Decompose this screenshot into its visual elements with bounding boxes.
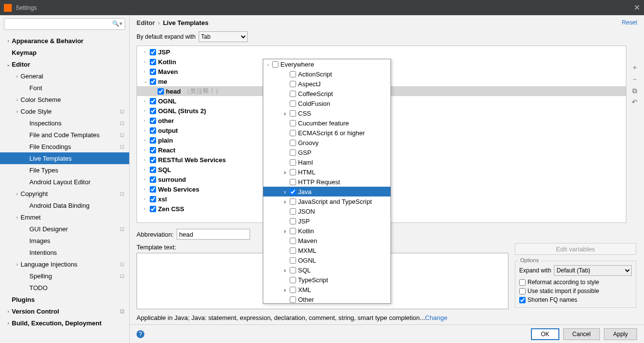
shorten-fq-checkbox[interactable]: [519, 297, 526, 303]
sidebar-item[interactable]: ›Language Injections⊡: [0, 258, 129, 270]
popup-item[interactable]: ActionScript: [263, 69, 391, 79]
window-title: Settings: [16, 4, 634, 11]
sidebar-item[interactable]: ›Build, Execution, Deployment: [0, 317, 129, 329]
expand-with-label: Expand with: [519, 267, 551, 274]
popup-item[interactable]: OGNL: [263, 255, 391, 265]
copy-icon[interactable]: ⧉: [632, 87, 637, 95]
reformat-checkbox[interactable]: [519, 279, 526, 286]
sidebar-item[interactable]: ›General: [0, 70, 129, 82]
popup-item[interactable]: ›Kotlin: [263, 226, 391, 236]
right-options: Edit variables Options Expand with Defau…: [515, 243, 636, 308]
sidebar-item[interactable]: Android Layout Editor: [0, 176, 129, 188]
popup-item[interactable]: Maven: [263, 236, 391, 245]
reset-link[interactable]: Reset: [622, 19, 637, 26]
sidebar-item[interactable]: Android Data Binding: [0, 199, 129, 211]
popup-item[interactable]: AspectJ: [263, 79, 391, 89]
sidebar-item[interactable]: ›Version Control⊡: [0, 305, 129, 317]
abbreviation-input[interactable]: [177, 229, 250, 240]
popup-item[interactable]: ›SQL: [263, 265, 391, 275]
popup-item[interactable]: ColdFusion: [263, 98, 391, 108]
popup-item[interactable]: GSP: [263, 147, 391, 157]
sidebar-item[interactable]: Intentions: [0, 246, 129, 258]
sidebar-item[interactable]: Keymap: [0, 47, 129, 58]
chevron-down-icon: ⌄: [266, 62, 271, 67]
sidebar-item[interactable]: Font: [0, 82, 129, 94]
applicable-text: Applicable in Java; Java: statement, exp…: [137, 314, 425, 321]
popup-root[interactable]: ⌄ Everywhere: [263, 59, 391, 69]
popup-item[interactable]: MXML: [263, 245, 391, 255]
everywhere-checkbox[interactable]: [272, 61, 278, 68]
popup-item[interactable]: HTTP Request: [263, 177, 391, 187]
close-icon[interactable]: ✕: [634, 3, 640, 12]
sidebar-item[interactable]: File and Code Templates⊡: [0, 129, 129, 141]
popup-item[interactable]: JSP: [263, 216, 391, 226]
sidebar-item[interactable]: Images: [0, 235, 129, 246]
expand-label: By default expand with: [137, 33, 196, 40]
popup-item[interactable]: ›CSS: [263, 108, 391, 118]
remove-icon[interactable]: －: [631, 75, 638, 84]
static-import-checkbox[interactable]: [519, 288, 526, 294]
sidebar-item[interactable]: ⌄Editor: [0, 58, 129, 70]
sidebar-item[interactable]: Live Templates: [0, 152, 129, 164]
sidebar-item[interactable]: ›Copyright⊡: [0, 188, 129, 199]
sidebar-item[interactable]: GUI Designer⊡: [0, 223, 129, 235]
popup-item[interactable]: ›XML: [263, 285, 391, 294]
popup-item[interactable]: ›JavaScript and TypeScript: [263, 196, 391, 206]
popup-item[interactable]: Haml: [263, 157, 391, 167]
popup-item[interactable]: JSON: [263, 206, 391, 216]
popup-item[interactable]: CoffeeScript: [263, 89, 391, 98]
add-icon[interactable]: ＋: [631, 63, 638, 72]
popup-item[interactable]: Groovy: [263, 138, 391, 147]
search-input[interactable]: [4, 18, 125, 30]
sidebar-item[interactable]: ›Appearance & Behavior: [0, 35, 129, 47]
expand-with-select[interactable]: Default (Tab): [554, 265, 632, 276]
help-icon[interactable]: ?: [137, 330, 144, 338]
sidebar-tree: ›Appearance & BehaviorKeymap⌄Editor›Gene…: [0, 33, 129, 343]
search-icon: 🔍▾: [112, 20, 122, 27]
sidebar-item[interactable]: ›Emmet: [0, 211, 129, 223]
ok-button[interactable]: OK: [531, 328, 559, 340]
footer: OK Cancel Apply: [130, 324, 644, 343]
undo-icon[interactable]: ↶: [632, 98, 638, 106]
popup-item[interactable]: ECMAScript 6 or higher: [263, 128, 391, 138]
popup-item[interactable]: Other: [263, 294, 391, 304]
template-row[interactable]: ›JSP: [137, 47, 626, 57]
applicable-row: Applicable in Java; Java: statement, exp…: [130, 311, 644, 324]
breadcrumb-editor[interactable]: Editor: [137, 19, 155, 26]
sidebar-item[interactable]: TODO: [0, 282, 129, 294]
sidebar-item[interactable]: ›Code Style⊡: [0, 105, 129, 117]
sidebar-item[interactable]: Inspections⊡: [0, 117, 129, 129]
cancel-button[interactable]: Cancel: [563, 328, 600, 340]
sidebar-item[interactable]: File Types: [0, 164, 129, 176]
popup-item[interactable]: ›Java: [263, 187, 391, 196]
breadcrumb: Editor › Live Templates Reset: [130, 15, 644, 30]
options-title: Options: [518, 257, 541, 263]
popup-item[interactable]: TypeScript: [263, 275, 391, 285]
expand-row: By default expand with Tab: [130, 30, 644, 44]
template-side-buttons: ＋ － ⧉ ↶: [629, 63, 640, 106]
breadcrumb-live-templates: Live Templates: [163, 19, 208, 26]
apply-button[interactable]: Apply: [604, 328, 637, 340]
edit-variables-button[interactable]: Edit variables: [515, 243, 636, 255]
sidebar-item[interactable]: Spelling⊡: [0, 270, 129, 282]
breadcrumb-sep: ›: [158, 19, 160, 26]
titlebar: Settings ✕: [0, 0, 644, 15]
sidebar-item[interactable]: Plugins: [0, 294, 129, 305]
settings-sidebar: 🔍▾ ›Appearance & BehaviorKeymap⌄Editor›G…: [0, 15, 130, 343]
expand-select[interactable]: Tab: [199, 31, 248, 42]
app-icon: [4, 4, 12, 12]
context-popup[interactable]: ⌄ Everywhere ActionScriptAspectJCoffeeSc…: [263, 59, 391, 304]
sidebar-item[interactable]: ›Color Scheme: [0, 94, 129, 105]
abbreviation-label: Abbreviation:: [137, 231, 174, 238]
popup-item[interactable]: ›HTML: [263, 167, 391, 177]
change-link[interactable]: Change: [425, 314, 448, 321]
sidebar-item[interactable]: File Encodings⊡: [0, 141, 129, 152]
popup-item[interactable]: Cucumber feature: [263, 118, 391, 128]
